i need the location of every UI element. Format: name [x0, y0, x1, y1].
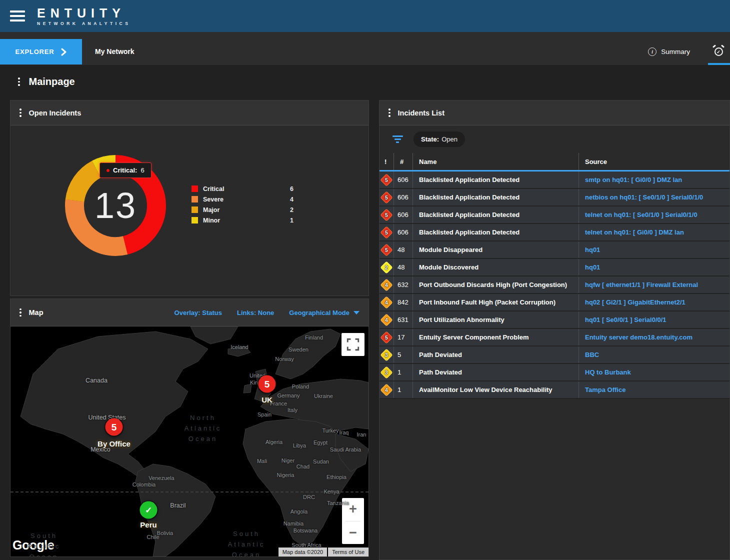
map-marker-label: UK [262, 396, 272, 404]
incident-id-cell: 606 [394, 206, 412, 223]
tab-my-network[interactable]: My Network [88, 39, 142, 64]
geographical-mode-dropdown[interactable]: Geographical Mode [289, 309, 360, 316]
map-panel-title: Map [29, 308, 44, 316]
incident-source-link[interactable]: netbios on hq01: [ Se0/1/0 ] Serial0/1/0 [578, 189, 730, 206]
incident-source-link[interactable]: Entuity server demo18.entuity.com [578, 329, 730, 346]
incident-source-link[interactable]: telnet on hq01: [ Se0/1/0 ] Serial0/1/0 [578, 206, 730, 223]
incident-id-cell: 1 [394, 382, 412, 398]
column-count[interactable]: # [394, 153, 412, 170]
incident-source-link[interactable]: hq01 [578, 242, 730, 258]
chevron-down-icon [354, 311, 360, 314]
incident-row[interactable]: 31Path DeviatedHQ to Burbank [380, 364, 730, 382]
incident-row[interactable]: 5606Blacklisted Application Detectedteln… [380, 224, 730, 242]
incident-source-link[interactable]: telnet on hq01: [ Gi0/0 ] DMZ lan [578, 224, 730, 240]
explorer-button[interactable]: EXPLORER [0, 39, 82, 64]
map-country-label: Tanzania [327, 500, 349, 506]
incidents-list-title: Incidents List [398, 109, 444, 117]
links-link[interactable]: Links: None [237, 309, 274, 316]
incident-row[interactable]: 5606Blacklisted Application Detectednetb… [380, 189, 730, 206]
severity-cell: 2 [380, 259, 394, 276]
map-country-label: Ukraine [314, 393, 333, 399]
map-marker-uk[interactable]: 5 [258, 376, 276, 393]
map-canvas[interactable]: + − Google Map data ©2020 Terms of Use C… [10, 326, 368, 556]
incident-row[interactable]: 4842Port Inbound Fault High (Packet Corr… [380, 294, 730, 312]
incident-name-cell: Path Deviated [412, 364, 578, 380]
incident-source-link[interactable]: smtp on hq01: [ Gi0/0 ] DMZ lan [578, 172, 730, 188]
incident-name-cell: Module Discovered [412, 259, 578, 276]
nav-right-group: i Summary ✓ [648, 39, 730, 64]
map-country-label: Kin [250, 380, 258, 386]
map-marker-label: By Office [98, 440, 130, 448]
incident-id-cell: 606 [394, 224, 412, 240]
map-ocean-label: NorthAtlanticOcean [184, 412, 222, 444]
incident-name-cell: Blacklisted Application Detected [412, 189, 578, 206]
map-country-label: Ethiopia [326, 474, 346, 480]
incident-row[interactable]: 4632Port Outbound Discards High (Port Co… [380, 276, 730, 294]
incident-source-link[interactable]: hqfw [ ethernet1/1 ] Firewall External [578, 276, 730, 293]
page-menu-kebab-icon[interactable] [18, 78, 20, 86]
panel-menu-kebab-icon[interactable] [388, 108, 390, 117]
map-country-label: Saudi Arabia [330, 446, 361, 452]
events-tab[interactable]: ✓ [707, 39, 730, 64]
incident-id-cell: 48 [394, 242, 412, 258]
hamburger-menu-icon[interactable] [10, 10, 25, 22]
map-marker-by-office[interactable]: 5 [106, 418, 123, 436]
page-title: Mainpage [29, 76, 75, 88]
incident-source-link[interactable]: BBC [578, 346, 730, 363]
incident-name-cell: Module Disappeared [412, 242, 578, 258]
incident-source-link[interactable]: hq01 [ Se0/0/1 ] Serial0/0/1 [578, 312, 730, 328]
incident-row[interactable]: 248Module Discoveredhq01 [380, 259, 730, 276]
incident-name-cell: Entuity Server Component Problem [412, 329, 578, 346]
incident-row[interactable]: 5606Blacklisted Application Detectedteln… [380, 206, 730, 224]
incident-row[interactable]: 548Module Disappearedhq01 [380, 242, 730, 259]
incident-row[interactable]: 41AvailMonitor Low View Device Reachabil… [380, 382, 730, 399]
explorer-label: EXPLORER [16, 48, 54, 56]
incident-row[interactable]: 4631Port Utilization Abnormalityhq01 [ S… [380, 312, 730, 329]
map-country-label: Colombia [132, 482, 156, 488]
incident-source-link[interactable]: hq02 [ Gi2/1 ] GigabitEthernet2/1 [578, 294, 730, 310]
column-severity[interactable]: ! [380, 153, 394, 170]
map-country-label: Algeria [266, 439, 282, 445]
summary-label: Summary [661, 48, 690, 56]
terms-of-use-link[interactable]: Terms of Use [328, 548, 368, 556]
severity-cell: 4 [380, 276, 394, 293]
incident-row[interactable]: 5606Blacklisted Application Detectedsmtp… [380, 172, 730, 189]
severity-diamond-icon: 4 [380, 384, 392, 396]
map-country-label: United States [88, 414, 126, 421]
severity-diamond-icon: 3 [380, 348, 392, 361]
state-filter-pill[interactable]: State: Open [414, 132, 465, 147]
geographical-mode-label: Geographical Mode [289, 309, 350, 316]
severity-cell: 4 [380, 382, 394, 398]
overlay-link[interactable]: Overlay: Status [174, 309, 222, 316]
column-name[interactable]: Name [412, 153, 578, 170]
donut-legend: Critical6Severe4Major2Minor1 [192, 184, 294, 226]
legend-swatch [192, 206, 198, 213]
panel-menu-kebab-icon[interactable] [20, 308, 22, 317]
incident-row[interactable]: 517Entuity Server Component ProblemEntui… [380, 329, 730, 346]
legend-swatch [192, 217, 198, 224]
summary-tab[interactable]: i Summary [648, 48, 690, 56]
map-country-label: Venezuela [148, 475, 174, 481]
incidents-table-body: 5606Blacklisted Application Detectedsmtp… [380, 172, 730, 399]
severity-cell: 3 [380, 364, 394, 380]
map-marker-peru[interactable]: ✓ [140, 502, 158, 519]
incident-source-link[interactable]: Tampa Office [578, 382, 730, 398]
legend-label: Minor [203, 217, 220, 224]
incident-source-link[interactable]: hq01 [578, 259, 730, 276]
map-country-label: DRC [303, 494, 315, 500]
column-source[interactable]: Source [578, 153, 730, 170]
incident-id-cell: 1 [394, 364, 412, 380]
incident-row[interactable]: 35Path DeviatedBBC [380, 346, 730, 364]
legend-label: Critical [203, 186, 224, 192]
map-country-label: Canada [86, 377, 108, 384]
legend-value: 2 [290, 206, 294, 214]
legend-swatch [192, 186, 198, 192]
legend-item: Major2 [192, 204, 294, 215]
panel-menu-kebab-icon[interactable] [20, 108, 22, 117]
filter-icon[interactable] [392, 136, 404, 143]
map-fullscreen-button[interactable] [342, 333, 364, 356]
map-panel-header: Map Overlay: Status Links: None Geograph… [10, 299, 368, 326]
incident-source-link[interactable]: HQ to Burbank [578, 364, 730, 380]
map-country-label: Brazil [170, 502, 186, 509]
zoom-out-button[interactable]: − [342, 522, 364, 544]
